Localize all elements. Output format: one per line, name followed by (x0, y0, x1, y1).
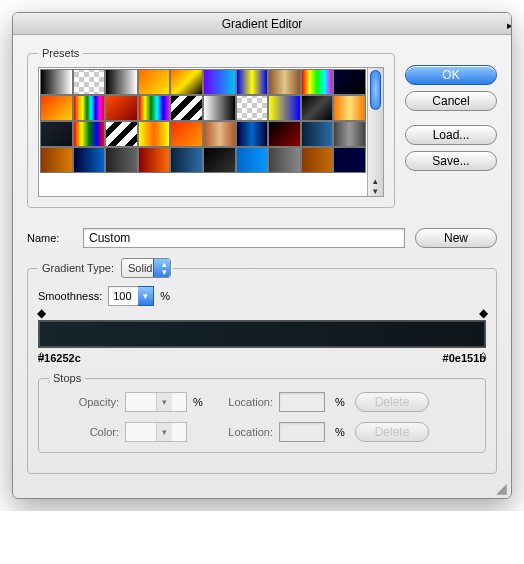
ok-button[interactable]: OK (405, 65, 497, 85)
preset-swatch[interactable] (170, 69, 203, 95)
preset-swatch[interactable] (236, 121, 269, 147)
preset-swatch[interactable] (301, 69, 334, 95)
stops-legend: Stops (49, 372, 85, 384)
preset-swatch[interactable] (105, 95, 138, 121)
opacity-stop-left-icon[interactable]: ◆ (34, 306, 48, 320)
opacity-unit: % (193, 396, 207, 408)
chevron-updown-icon: ▴▾ (162, 260, 167, 276)
preset-swatch[interactable] (40, 121, 73, 147)
gradient-bar[interactable] (38, 320, 486, 348)
preset-swatch[interactable] (236, 147, 269, 173)
opacity-stop-right-icon[interactable]: ◆ (476, 306, 490, 320)
preset-grid (39, 68, 367, 196)
scroll-down-icon[interactable]: ▾ (373, 186, 378, 196)
opacity-value-input: ▾ (125, 392, 187, 412)
chevron-down-icon: ▾ (156, 393, 172, 411)
gradient-editor-window: Gradient Editor Presets ▸ ▴▾ OK (12, 12, 512, 499)
gradient-type-value: Solid (128, 262, 152, 274)
color-label: Color: (49, 426, 119, 438)
new-button[interactable]: New (415, 228, 497, 248)
preset-swatch[interactable] (236, 69, 269, 95)
presets-legend: Presets (38, 47, 83, 59)
gradient-type-select[interactable]: Solid ▴▾ (121, 258, 171, 278)
preset-swatch[interactable] (268, 95, 301, 121)
preset-swatch[interactable] (105, 69, 138, 95)
gradient-type-label: Gradient Type: (42, 262, 114, 274)
load-button[interactable]: Load... (405, 125, 497, 145)
preset-swatch[interactable] (203, 69, 236, 95)
scroll-up-icon[interactable]: ▴ (373, 176, 378, 186)
preset-swatch[interactable] (268, 69, 301, 95)
preset-swatch[interactable] (138, 147, 171, 173)
preset-swatch[interactable] (333, 121, 366, 147)
preset-swatch[interactable] (73, 121, 106, 147)
cancel-button[interactable]: Cancel (405, 91, 497, 111)
preset-swatch[interactable] (301, 147, 334, 173)
window-title: Gradient Editor (13, 13, 511, 35)
presets-scrollbar[interactable]: ▴▾ (367, 68, 383, 196)
color-stop-right-icon[interactable]: ⌂ (476, 348, 490, 362)
preset-swatch[interactable] (203, 147, 236, 173)
scrollbar-thumb[interactable] (370, 70, 381, 110)
gradient-type-group: Gradient Type: Solid ▴▾ Smoothness: ▾ % … (27, 258, 497, 474)
preset-swatch[interactable] (105, 121, 138, 147)
preset-swatch[interactable] (333, 147, 366, 173)
preset-swatch[interactable] (203, 121, 236, 147)
preset-swatch[interactable] (203, 95, 236, 121)
preset-swatch[interactable] (170, 121, 203, 147)
presets-group: Presets ▸ ▴▾ (27, 47, 395, 208)
resize-handle-icon[interactable]: ◢ (496, 480, 507, 496)
preset-swatch[interactable] (40, 147, 73, 173)
preset-swatch[interactable] (138, 121, 171, 147)
preset-swatch[interactable] (333, 95, 366, 121)
color-stop-left-icon[interactable]: ⌂ (34, 348, 48, 362)
opacity-location-unit: % (335, 396, 349, 408)
opacity-location-label: Location: (213, 396, 273, 408)
color-location-unit: % (335, 426, 349, 438)
preset-swatch[interactable] (170, 147, 203, 173)
opacity-delete-button: Delete (355, 392, 429, 412)
smoothness-label: Smoothness: (38, 290, 102, 302)
preset-swatch[interactable] (105, 147, 138, 173)
preset-swatch[interactable] (73, 147, 106, 173)
preset-swatch[interactable] (138, 95, 171, 121)
preset-swatch[interactable] (73, 95, 106, 121)
preset-swatch[interactable] (236, 95, 269, 121)
chevron-down-icon: ▾ (156, 423, 172, 441)
opacity-label: Opacity: (49, 396, 119, 408)
color-value-input: ▾ (125, 422, 187, 442)
name-label: Name: (27, 232, 73, 244)
preset-swatch[interactable] (268, 121, 301, 147)
stops-group: Stops Opacity: ▾ % Location: % Delete Co… (38, 372, 486, 453)
name-input[interactable] (83, 228, 405, 248)
preset-swatch[interactable] (40, 69, 73, 95)
color-location-label: Location: (213, 426, 273, 438)
gradient-preview[interactable]: ◆ ◆ ⌂ ⌂ (38, 320, 486, 348)
preset-swatch[interactable] (301, 121, 334, 147)
preset-swatch[interactable] (73, 69, 106, 95)
opacity-location-input (279, 392, 325, 412)
preset-swatch[interactable] (301, 95, 334, 121)
color-delete-button: Delete (355, 422, 429, 442)
preset-swatch[interactable] (333, 69, 366, 95)
smoothness-unit: % (160, 290, 170, 302)
preset-swatch[interactable] (138, 69, 171, 95)
preset-swatch[interactable] (170, 95, 203, 121)
preset-swatch[interactable] (40, 95, 73, 121)
presets-flyout-icon[interactable]: ▸ (507, 19, 512, 32)
preset-swatch[interactable] (268, 147, 301, 173)
color-location-input (279, 422, 325, 442)
smoothness-dropdown-icon[interactable]: ▾ (138, 286, 154, 306)
save-button[interactable]: Save... (405, 151, 497, 171)
